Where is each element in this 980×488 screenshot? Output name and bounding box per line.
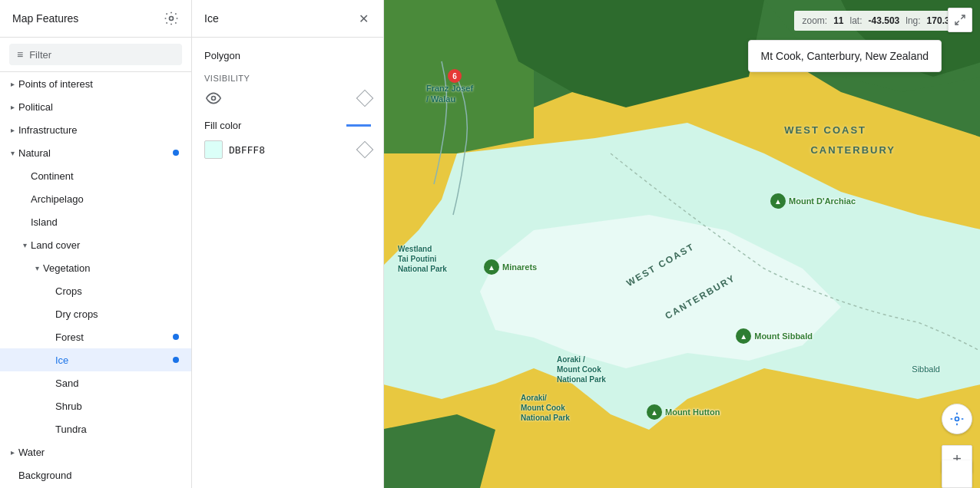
tooltip-text: Mt Cook, Canterbury, New Zealand [761, 50, 929, 62]
middle-title: Ice [204, 12, 219, 25]
svg-point-0 [170, 17, 174, 21]
polygon-label: Polygon [204, 50, 371, 61]
active-dot-forest [173, 334, 179, 340]
tree-item-water[interactable]: ▸Water [0, 440, 191, 463]
visibility-icons [204, 89, 223, 107]
svg-line-11 [961, 15, 965, 19]
close-icon[interactable]: ✕ [356, 11, 371, 26]
tree-item-continent[interactable]: Continent [0, 164, 191, 187]
tree-item-island[interactable]: Island [0, 210, 191, 233]
middle-body: Polygon Visibility Fill color DBFFF8 [192, 38, 383, 488]
color-input-row: DBFFF8 [204, 140, 371, 159]
item-label-tundra: Tundra [55, 424, 179, 435]
expand-icon-infrastructure: ▸ [6, 124, 18, 136]
tree-item-background[interactable]: Background [0, 463, 191, 486]
lat-label: lat: [850, 15, 862, 26]
fill-color-label: Fill color [204, 120, 241, 131]
tree-item-land-cover[interactable]: ▾Land cover [0, 233, 191, 256]
filter-input-container[interactable]: ≡ Filter [9, 44, 182, 65]
map-panel[interactable]: zoom: 11 lat: -43.503 lng: 170.306 Mt Co… [384, 0, 980, 488]
left-header: Map Features [0, 0, 191, 38]
visibility-row [204, 89, 371, 107]
tree-item-infrastructure[interactable]: ▸Infrastructure [0, 118, 191, 141]
expand-icon-island [18, 216, 31, 228]
item-label-forest: Forest [55, 331, 173, 343]
tree-item-dry-crops[interactable]: Dry crops [0, 302, 191, 325]
eye-icon[interactable] [204, 89, 223, 107]
item-label-land-cover: Land cover [31, 239, 179, 251]
active-dot-ice [173, 357, 179, 363]
visibility-diamond-icon[interactable] [356, 90, 374, 107]
map-topbar: zoom: 11 lat: -43.503 lng: 170.306 [384, 0, 980, 41]
map-info: zoom: 11 lat: -43.503 lng: 170.306 [794, 11, 968, 31]
fill-color-line [346, 124, 371, 127]
lat-value: -43.503 [869, 15, 900, 26]
expand-icon-political: ▸ [6, 101, 18, 113]
fullscreen-button[interactable] [948, 8, 972, 32]
lng-label: lng: [906, 15, 920, 26]
item-label-continent: Continent [31, 170, 179, 182]
location-tooltip: Mt Cook, Canterbury, New Zealand [748, 40, 942, 72]
item-label-points-of-interest: Points of interest [18, 78, 179, 90]
expand-icon-vegetation: ▾ [31, 262, 43, 274]
item-label-island: Island [31, 216, 179, 228]
expand-icon-shrub [43, 400, 55, 412]
item-label-political: Political [18, 101, 179, 113]
item-label-shrub: Shrub [55, 401, 179, 412]
item-label-natural: Natural [18, 147, 173, 159]
left-panel: Map Features ≡ Filter ▸Points of interes… [0, 0, 192, 488]
tree-item-political[interactable]: ▸Political [0, 95, 191, 118]
tree-item-archipelago[interactable]: Archipelago [0, 187, 191, 210]
item-label-background: Background [18, 470, 179, 481]
zoom-out-button[interactable] [942, 460, 972, 488]
svg-point-13 [955, 417, 959, 421]
expand-icon-archipelago [18, 193, 31, 205]
gear-icon[interactable] [164, 11, 179, 26]
tree-item-shrub[interactable]: Shrub [0, 394, 191, 417]
item-label-ice: Ice [55, 354, 173, 366]
location-button[interactable] [942, 404, 972, 434]
expand-icon-points-of-interest: ▸ [6, 77, 18, 90]
expand-icon-continent [18, 170, 31, 182]
item-label-water: Water [18, 447, 179, 458]
filter-row: ≡ Filter [0, 38, 191, 72]
visibility-label: Visibility [204, 74, 371, 83]
tree-item-tundra[interactable]: Tundra [0, 417, 191, 440]
filter-icon: ≡ [17, 48, 23, 61]
zoom-value: 11 [833, 15, 843, 26]
tree-item-natural[interactable]: ▾Natural [0, 141, 191, 164]
tree-item-ice[interactable]: Ice [0, 348, 191, 371]
item-label-vegetation: Vegetation [43, 262, 179, 274]
svg-line-12 [955, 21, 959, 25]
tree-item-forest[interactable]: Forest [0, 325, 191, 348]
tree-item-vegetation[interactable]: ▾Vegetation [0, 256, 191, 279]
filter-label: Filter [29, 49, 51, 61]
zoom-label: zoom: [802, 15, 827, 26]
item-label-dry-crops: Dry crops [55, 308, 179, 320]
tree-item-sand[interactable]: Sand [0, 371, 191, 394]
tree-item-crops[interactable]: Crops [0, 279, 191, 302]
tree-item-points-of-interest[interactable]: ▸Points of interest [0, 72, 191, 95]
expand-icon-dry-crops [43, 308, 55, 320]
feature-tree: ▸Points of interest▸Political▸Infrastruc… [0, 72, 191, 488]
panel-title: Map Features [12, 12, 78, 25]
svg-point-1 [212, 97, 216, 101]
item-label-infrastructure: Infrastructure [18, 124, 179, 136]
expand-icon-land-cover: ▾ [18, 239, 31, 251]
color-value: DBFFF8 [229, 144, 265, 156]
fill-color-row: Fill color [204, 120, 371, 131]
expand-icon-tundra [43, 423, 55, 435]
middle-header: Ice ✕ [192, 0, 383, 38]
item-label-sand: Sand [55, 378, 179, 389]
expand-icon-ice [43, 354, 55, 366]
expand-icon-sand [43, 377, 55, 389]
color-diamond-icon[interactable] [356, 141, 374, 159]
middle-panel: Ice ✕ Polygon Visibility Fill color DBFF… [192, 0, 384, 488]
expand-icon-forest [43, 331, 55, 343]
expand-icon-background [6, 469, 18, 481]
expand-icon-natural: ▾ [6, 147, 18, 159]
expand-icon-water: ▸ [6, 446, 18, 458]
item-label-crops: Crops [55, 285, 179, 297]
active-dot-natural [173, 150, 179, 156]
color-swatch[interactable] [204, 140, 223, 159]
